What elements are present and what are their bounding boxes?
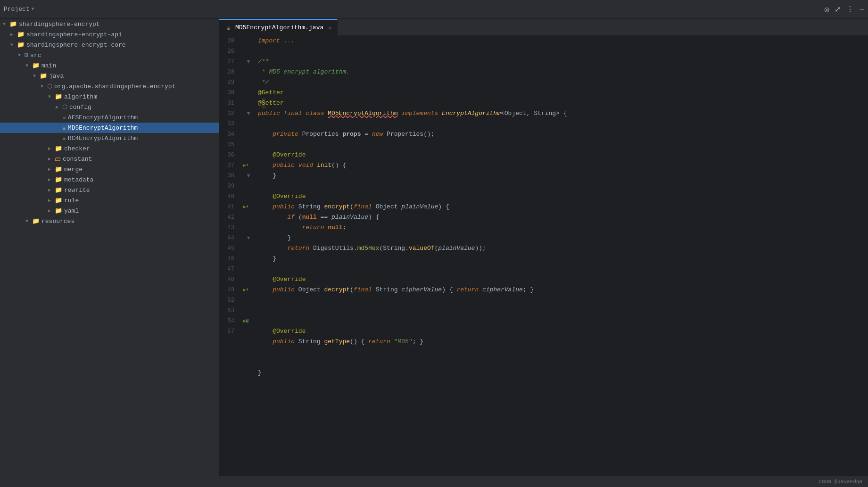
gutter-32[interactable]: ▼ — [243, 108, 254, 119]
code-line-47 — [258, 264, 868, 274]
fold-icon[interactable]: ▼ — [247, 57, 250, 67]
arrow-right-icon: ▶ — [10, 32, 17, 37]
arrow-right-icon: ▶ — [56, 104, 62, 110]
sidebar-item-org-apache[interactable]: ▼ ⬡ org.apache.shardingsphere.encrypt — [0, 81, 219, 91]
arrow-down-icon: ▼ — [48, 94, 55, 99]
code-line-35 — [258, 140, 868, 150]
method-md5hex: md5Hex — [357, 243, 380, 254]
kw-public-3: public — [273, 202, 295, 212]
sidebar-item-main[interactable]: ▼ 📁 main — [0, 60, 219, 71]
comment-end: */ — [258, 77, 269, 88]
annotation-setter: @ — [258, 98, 262, 108]
folder-icon: 📁 — [55, 207, 62, 215]
sidebar-item-metadata[interactable]: ▶ 📁 metadata — [0, 174, 219, 185]
line-numbers: 20 26 27 28 29 30 31 32 33 34 35 36 37 3… — [219, 36, 243, 476]
gutter-44[interactable]: ▼ — [243, 233, 254, 243]
folder-icon: 📁 — [55, 165, 62, 173]
sidebar-item-shardingsphere-encrypt-core[interactable]: ▼ 📁 shardingsphere-encrypt-core — [0, 40, 219, 50]
more-icon[interactable]: ⋮ — [846, 5, 854, 14]
sidebar-item-rule[interactable]: ▶ 📁 rule — [0, 195, 219, 206]
sidebar-item-resources[interactable]: ▼ 📁 resources — [0, 216, 219, 226]
sidebar-item-label: main — [41, 62, 56, 69]
code-line-43: return null ; — [258, 223, 868, 233]
sidebar-item-merge[interactable]: ▶ 📁 merge — [0, 164, 219, 174]
fold-icon[interactable]: ▼ — [247, 171, 250, 181]
sidebar-item-shardingsphere-encrypt-api[interactable]: ▶ 📁 shardingsphere-encrypt-api — [0, 29, 219, 40]
sidebar-item-config[interactable]: ▶ ⬡ config — [0, 102, 219, 112]
code-line-33 — [258, 119, 868, 129]
kw-class: class — [306, 108, 324, 119]
sidebar-item-md5-encrypt[interactable]: ☕ MD5EncryptAlgorithm — [0, 123, 219, 133]
sidebar-item-label: algorithm — [64, 93, 97, 100]
sidebar-item-rc4-encrypt[interactable]: ☕ RC4EncryptAlgorithm — [0, 133, 219, 143]
line-num-42: 42 — [219, 212, 238, 223]
gutter-49[interactable]: ▶⚡ — [243, 285, 254, 295]
run-icon[interactable]: ▶ — [243, 285, 246, 295]
sidebar-item-java[interactable]: ▼ 📁 java — [0, 71, 219, 81]
sidebar-item-label: rewrite — [64, 187, 90, 194]
kw-private: private — [273, 129, 298, 140]
line-num-36: 36 — [219, 150, 238, 160]
gutter-26 — [243, 46, 254, 57]
run-icon[interactable]: ▶ — [243, 316, 246, 326]
src-icon: ⊞ — [25, 51, 28, 59]
status-bar: CSDN @JavaEdge — [0, 476, 868, 487]
top-bar: Project ▼ ◎ ⤢ ⋮ — — [0, 0, 868, 19]
sidebar-item-yaml[interactable]: ▶ 📁 yaml — [0, 206, 219, 216]
code-line-56 — [258, 357, 868, 368]
at-icon: @ — [246, 316, 248, 326]
sidebar-item-label: AESEncryptAlgorithm — [68, 114, 138, 121]
line-num-43: 43 — [219, 223, 238, 233]
kw-return-4: return — [368, 337, 390, 347]
collapse-icon[interactable]: ⤢ — [835, 5, 841, 14]
method-encrypt: encrypt — [324, 202, 350, 212]
sidebar-item-src[interactable]: ▼ ⊞ src — [0, 50, 219, 60]
code-line-27: /** — [258, 57, 868, 67]
arrow-right-icon: ▶ — [48, 198, 55, 203]
code-editor-area[interactable]: 20 26 27 28 29 30 31 32 33 34 35 36 37 3… — [219, 36, 868, 476]
java-folder-icon: 📁 — [40, 72, 47, 80]
project-title[interactable]: Project ▼ — [4, 6, 34, 13]
run-icon[interactable]: ▶ — [243, 202, 246, 212]
line-num-48: 48 — [219, 274, 238, 285]
sidebar-item-shardingsphere-encrypt[interactable]: ▼ 📁 shardingsphere-encrypt — [0, 19, 219, 29]
gutter-48 — [243, 274, 254, 285]
code-line-37: public void init () { — [258, 160, 868, 171]
var-props: props — [342, 129, 361, 140]
run-icon[interactable]: ▶ — [243, 160, 246, 171]
sidebar-item-checker[interactable]: ▶ 📁 checker — [0, 143, 219, 154]
gutter-40 — [243, 191, 254, 202]
line-num-20: 20 — [219, 36, 238, 46]
sidebar-item-constant[interactable]: ▶ 🗃 constant — [0, 154, 219, 164]
gutter-37[interactable]: ▶⚡ — [243, 160, 254, 171]
type-string: String — [534, 108, 556, 119]
sidebar-item-algorithm[interactable]: ▼ 📁 algorithm — [0, 91, 219, 102]
arrow-down-icon: ▼ — [3, 22, 9, 27]
gutter-54[interactable]: ▶@ — [243, 316, 254, 326]
type-string-3: String — [383, 243, 405, 254]
sidebar-item-rewrite[interactable]: ▶ 📁 rewrite — [0, 185, 219, 195]
code-line-29: */ — [258, 77, 868, 88]
fold-icon[interactable]: ▼ — [247, 233, 250, 243]
gutter-41[interactable]: ▶⚡ — [243, 202, 254, 212]
line-num-30: 30 — [219, 88, 238, 98]
arrow-down-icon: ▼ — [41, 84, 47, 89]
tab-md5-encrypt-algorithm[interactable]: ☕ MD5EncryptAlgorithm.java ✕ — [219, 19, 338, 35]
code-line-45: return DigestUtils . md5Hex ( String . v… — [258, 243, 868, 254]
arrow-down-icon: ▼ — [33, 74, 40, 79]
kw-return-3: return — [456, 285, 479, 295]
fold-icon[interactable]: ▼ — [247, 108, 250, 119]
sidebar-item-aes-encrypt[interactable]: ☕ AESEncryptAlgorithm — [0, 112, 219, 123]
toolbar-icons: ◎ ⤢ ⋮ — — [825, 5, 864, 14]
sidebar-item-label: shardingsphere-encrypt — [19, 21, 100, 28]
line-num-35: 35 — [219, 140, 238, 150]
gutter-27[interactable]: ▼ — [243, 57, 254, 67]
class-name-md5: MD5EncryptAlgorithm — [328, 108, 397, 119]
target-icon[interactable]: ◎ — [825, 5, 829, 14]
tab-close-button[interactable]: ✕ — [328, 25, 331, 31]
minimize-icon[interactable]: — — [860, 5, 864, 14]
gutter-34 — [243, 129, 254, 140]
annotation-override-2: @Override — [273, 191, 306, 202]
gutter-38[interactable]: ▼ — [243, 171, 254, 181]
code-line-38: } — [258, 171, 868, 181]
